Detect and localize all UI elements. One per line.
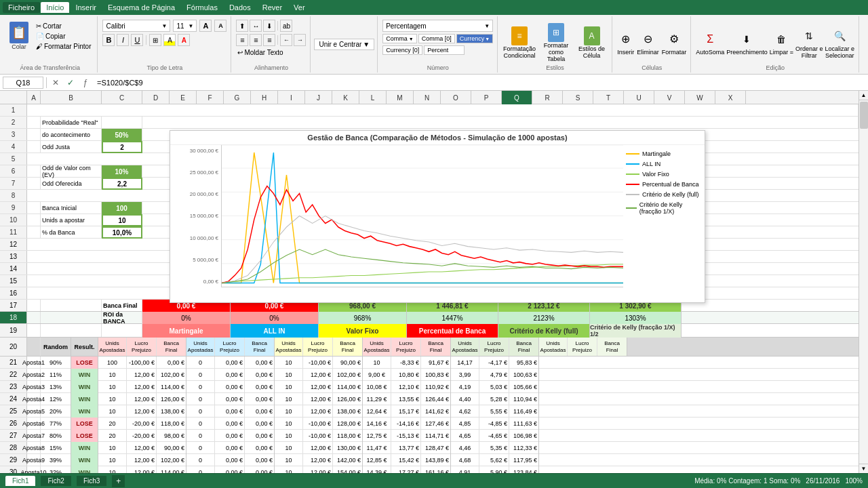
cell-v-b[interactable]: 90,00 € [333,357,363,369]
cell-p-b[interactable]: 128,47 € [421,442,451,454]
cell-m-b[interactable]: 118,00 € [157,418,186,430]
cell-m-b[interactable]: 114,00 € [157,381,186,393]
cell-a-b[interactable]: 0,00 € [245,466,275,473]
col-header-f[interactable]: F [197,91,224,104]
cell-m-b[interactable]: 102,00 € [157,454,186,466]
tab-formulas[interactable]: Fórmulas [181,2,223,13]
cell-m-u[interactable]: 20 [98,430,127,442]
align-bottom-button[interactable]: ⬇ [263,20,275,32]
decrease-indent-button[interactable]: ← [280,34,292,46]
col-header-r[interactable]: R [532,91,563,104]
sheet-tab-3[interactable]: Fich3 [77,476,106,486]
cell-kellyfull-roi[interactable]: 2123% [498,312,590,324]
col-header-p[interactable]: P [471,91,502,104]
tab-inserir[interactable]: Inserir [70,2,102,13]
cell-m-u[interactable]: 10 [98,442,127,454]
cell-kf-b[interactable]: 100,63 € [509,369,539,381]
cell-p-u[interactable]: 11,29 € [363,393,391,405]
cell-kf-l[interactable]: 5,55 € [479,405,509,418]
cell[interactable]: Aposta5 [27,405,41,418]
font-name-dropdown[interactable]: Calibri ▼ [102,20,170,32]
insert-button[interactable]: ⊕ Inserir [617,30,634,56]
cell-p-l[interactable]: 17,27 € [391,466,421,473]
cell-v-l[interactable]: 12,00 € [303,405,333,418]
cell-v-b[interactable]: 114,00 € [333,381,363,393]
cell-v-b[interactable]: 142,00 € [333,454,363,466]
cell[interactable]: Aposta7 [27,430,41,442]
cell-m-u[interactable]: 10 [98,393,127,405]
row-num[interactable]: 19 [0,324,27,337]
col-header-q[interactable]: Q [502,91,532,104]
cell-v-b[interactable]: 138,00 € [333,405,363,418]
cell-p-u[interactable]: 10 [363,357,391,369]
cell-result[interactable]: WIN [71,405,98,418]
row-num[interactable]: 11 [0,226,27,238]
cell-p-l[interactable]: -14,16 € [391,418,421,430]
cell-m-l[interactable]: 12,00 € [127,466,157,473]
row-num[interactable]: 3 [0,129,27,140]
cell[interactable]: Aposta8 [27,442,41,454]
align-center-button[interactable]: ≡ [250,34,262,46]
cell-m-u[interactable]: 10 [98,466,127,473]
cell-p-b[interactable]: 126,44 € [421,393,451,405]
cell[interactable] [27,141,41,152]
format-button[interactable]: ⚙ Formatar [662,30,687,56]
cell-a-l[interactable]: 0,00 € [215,418,245,430]
cell-v-b[interactable]: 154,00 € [333,466,363,473]
merge-center-button[interactable]: Unir e Centrar ▼ [314,39,374,50]
cell-odd-justa-value[interactable]: 2 [102,141,142,153]
cell[interactable]: Aposta3 [27,381,41,393]
cell-m-u[interactable]: 10 [98,454,127,466]
cell-p-b[interactable]: 91,67 € [421,357,451,369]
conditional-formatting-button[interactable]: ≡ Formatação Condicional [502,25,536,60]
font-color-button[interactable]: A [178,34,190,46]
cell-kf-b[interactable]: 116,49 € [509,405,539,418]
scroll-up-button[interactable]: ▲ [859,91,869,100]
col-header-u[interactable]: U [624,91,654,104]
cell-p-u[interactable]: 12,85 € [363,454,391,466]
cell-a-b[interactable]: 0,00 € [245,393,275,405]
cell-kf-u[interactable]: 4,19 [451,381,479,393]
cell-p-l[interactable]: 15,17 € [391,405,421,418]
cell-v-u[interactable]: 10 [275,454,303,466]
cell-result[interactable]: WIN [71,454,98,466]
increase-indent-button[interactable]: → [294,34,306,46]
cell-p-u[interactable]: 14,39 € [363,466,391,473]
cell-m-b[interactable]: 90,00 € [157,442,186,454]
cell-v-u[interactable]: 10 [275,418,303,430]
tab-inicio[interactable]: Início [41,2,69,13]
cell-p-b[interactable]: 143,89 € [421,454,451,466]
align-top-button[interactable]: ⬆ [236,20,248,32]
cell-a-b[interactable]: 0,00 € [245,381,275,393]
cell-p-l[interactable]: 10,80 € [391,369,421,381]
tab-ficheiro[interactable]: Ficheiro [3,2,40,13]
col-header-o[interactable]: O [441,91,471,104]
cell-v-u[interactable]: 10 [275,369,303,381]
cell-random[interactable]: 77% [41,418,71,430]
cell-p-u[interactable]: 11,47 € [363,442,391,454]
cell-m-b[interactable]: 102,00 € [157,369,186,381]
cell-reference-input[interactable] [3,77,43,89]
cell-p-b[interactable]: 100,83 € [421,369,451,381]
col-header-d[interactable]: D [142,91,170,104]
cell[interactable] [27,226,41,238]
fill-button[interactable]: ⬇ Preenchimento [726,30,768,56]
cell-kf-b[interactable]: 105,66 € [509,381,539,393]
cell-v-l[interactable]: -10,00 € [303,418,333,430]
cell-v-l[interactable]: 12,00 € [303,454,333,466]
cell-result[interactable]: WIN [71,381,98,393]
col-header-k[interactable]: K [332,91,359,104]
cell-v-l[interactable]: 12,00 € [303,442,333,454]
row-num[interactable]: 7 [0,178,27,189]
cell-p-b[interactable]: 114,71 € [421,430,451,442]
cell-kf-l[interactable]: 5,03 € [479,381,509,393]
cut-button[interactable]: ✂ Cortar [34,22,93,30]
cell-m-b[interactable]: 0,00 € [157,357,186,369]
format-table-button[interactable]: ⊞ Formatar como Tabela [539,22,573,64]
add-sheet-button[interactable]: + [112,475,125,487]
cell-kf-b[interactable]: 110,94 € [509,393,539,405]
cell-result[interactable]: WIN [71,442,98,454]
cell-p-l[interactable]: 12,10 € [391,381,421,393]
cell-m-b[interactable]: 138,00 € [157,405,186,418]
cell-m-u[interactable]: 20 [98,418,127,430]
